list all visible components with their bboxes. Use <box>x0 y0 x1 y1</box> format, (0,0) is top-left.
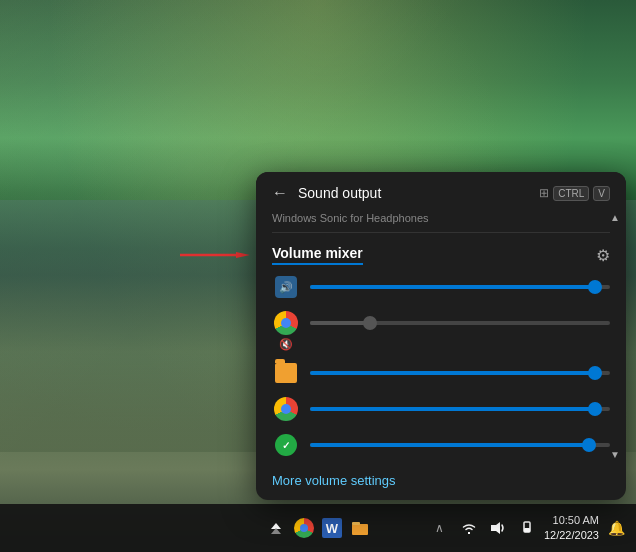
notification-bell-icon[interactable]: 🔔 <box>604 516 628 540</box>
more-volume-settings[interactable]: More volume settings <box>256 459 626 500</box>
green-slider-thumb[interactable] <box>582 438 596 452</box>
chrome2-slider[interactable] <box>310 407 610 411</box>
green-app-icon: ✓ <box>275 434 297 456</box>
chrome1-icon-container: 🔇 <box>272 309 300 337</box>
time-display: 10:50 AM <box>544 513 599 528</box>
date-display: 12/22/2023 <box>544 528 599 543</box>
chrome2-slider-thumb[interactable] <box>588 402 602 416</box>
panel-shortcut: ⊞ CTRL V <box>539 186 610 201</box>
chrome1-slider-thumb[interactable] <box>363 316 377 330</box>
chrome2-slider-fill <box>310 407 595 411</box>
system-icon-container: 🔊 <box>272 273 300 301</box>
shortcut-icon: ⊞ <box>539 186 549 200</box>
tray-overflow-icon[interactable]: ∧ <box>428 516 452 540</box>
chrome2-icon-container <box>272 395 300 423</box>
mixer-item-chrome1: 🔇 <box>272 309 610 337</box>
svg-rect-6 <box>524 528 530 532</box>
scroll-down[interactable]: ▼ <box>610 449 620 460</box>
green-icon-container: ✓ <box>272 431 300 459</box>
folder-icon <box>275 363 297 383</box>
folder-slider-thumb[interactable] <box>588 366 602 380</box>
taskbar-center-icons: W <box>264 516 372 540</box>
green-slider-fill <box>310 443 589 447</box>
panel-header: ← Sound output ⊞ CTRL V <box>256 172 626 210</box>
mixer-items: 🔊 🔇 <box>256 273 626 459</box>
taskbar-word-icon[interactable]: W <box>320 516 344 540</box>
system-slider-thumb[interactable] <box>588 280 602 294</box>
taskbar-w-label: W <box>322 518 342 538</box>
bell-symbol: 🔔 <box>608 520 624 536</box>
mixer-item-chrome2 <box>272 395 610 423</box>
speaker-icon: 🔊 <box>275 276 297 298</box>
system-slider-fill <box>310 285 595 289</box>
scroll-up[interactable]: ▲ <box>610 212 620 223</box>
usb-icon[interactable] <box>515 516 539 540</box>
green-slider[interactable] <box>310 443 610 447</box>
mixer-item-folder <box>272 359 610 387</box>
svg-rect-3 <box>352 522 360 525</box>
folder-icon-container <box>272 359 300 387</box>
ctrl-key: CTRL <box>553 186 589 201</box>
mixer-item-green: ✓ <box>272 431 610 459</box>
sound-panel: ← Sound output ⊞ CTRL V ▲ Windows Sonic … <box>256 172 626 500</box>
chrome1-icon <box>274 311 298 335</box>
svg-marker-4 <box>491 522 500 534</box>
chrome1-slider-fill <box>310 321 370 325</box>
taskbar: W ∧ <box>0 504 636 552</box>
folder-slider-fill <box>310 371 595 375</box>
volume-mixer-title: Volume mixer <box>272 245 363 265</box>
volume-mixer-header: Volume mixer ⚙ <box>256 233 626 273</box>
svg-rect-2 <box>352 524 368 535</box>
panel-title: Sound output <box>298 185 529 201</box>
taskbar-chrome-circle <box>294 518 314 538</box>
taskbar-filemanager-icon[interactable] <box>348 516 372 540</box>
settings-gear-icon[interactable]: ⚙ <box>596 246 610 265</box>
mute-indicator: 🔇 <box>279 338 293 351</box>
mixer-item-system: 🔊 <box>272 273 610 301</box>
time-date-display[interactable]: 10:50 AM 12/22/2023 <box>544 513 599 544</box>
device-subtitle: Windows Sonic for Headphones <box>256 210 626 232</box>
taskbar-chrome-icon[interactable] <box>292 516 316 540</box>
system-tray: ∧ 10:50 AM 12/22/2023 <box>428 513 628 544</box>
folder-slider[interactable] <box>310 371 610 375</box>
volume-icon[interactable] <box>486 516 510 540</box>
wifi-icon[interactable] <box>457 516 481 540</box>
chrome2-icon <box>274 397 298 421</box>
back-button[interactable]: ← <box>272 184 288 202</box>
taskbar-up-arrows[interactable] <box>264 516 288 540</box>
v-key: V <box>593 186 610 201</box>
chrome1-slider[interactable] <box>310 321 610 325</box>
system-slider[interactable] <box>310 285 610 289</box>
